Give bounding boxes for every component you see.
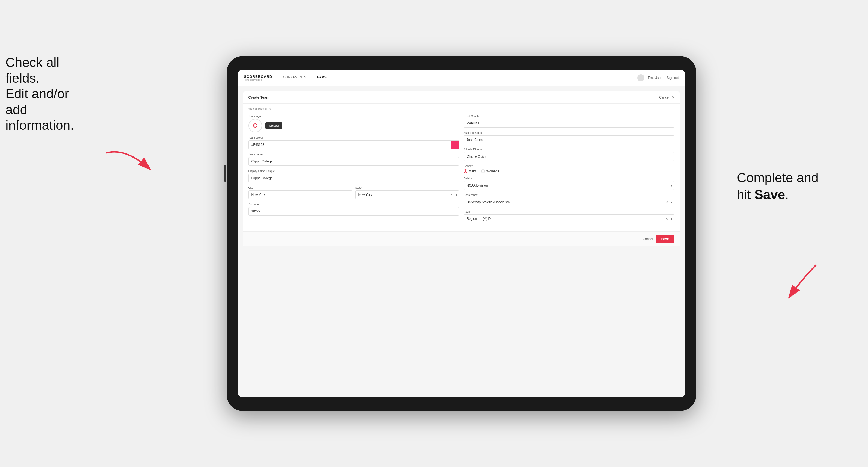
city-state-group: City State New York	[248, 186, 459, 199]
head-coach-input[interactable]	[464, 119, 674, 128]
assistant-coach-input[interactable]	[464, 135, 674, 144]
team-name-input[interactable]	[248, 157, 459, 166]
tablet-screen: SCOREBOARD Powered by clippd TOURNAMENTS…	[238, 70, 685, 397]
zip-code-group: Zip code	[248, 203, 459, 216]
nav-logo: SCOREBOARD Powered by clippd	[244, 74, 273, 81]
gender-mens-option[interactable]: Mens	[464, 169, 477, 173]
left-instructions: Check all fields.Edit and/or addinformat…	[5, 55, 82, 133]
team-colour-group: Team colour	[248, 136, 459, 149]
left-arrow	[104, 145, 158, 179]
right-arrow	[778, 262, 822, 302]
conference-label: Conference	[464, 194, 674, 197]
create-team-panel: Create Team Cancel ✕ TEAM DETAILS	[243, 92, 680, 246]
nav-link-tournaments[interactable]: TOURNAMENTS	[281, 75, 306, 80]
region-label: Region	[464, 210, 674, 213]
athletic-director-input[interactable]	[464, 152, 674, 161]
mens-label: Mens	[469, 169, 477, 173]
footer-cancel-button[interactable]: Cancel	[643, 237, 653, 241]
display-name-input[interactable]	[248, 174, 459, 182]
head-coach-label: Head Coach	[464, 115, 674, 118]
logo-main: SCOREBOARD	[244, 74, 273, 79]
upload-button[interactable]: Upload	[266, 122, 283, 129]
region-group: Region Region II - (M) DIII ✕ ▾	[464, 210, 674, 223]
panel-title: Create Team	[248, 95, 270, 99]
close-icon: ✕	[672, 96, 674, 99]
tablet-side-button	[224, 165, 226, 182]
assistant-coach-group: Assistant Coach	[464, 131, 674, 144]
region-select-wrapper: Region II - (M) DIII ✕ ▾	[464, 214, 674, 223]
conference-clear-icon[interactable]: ✕	[665, 200, 668, 204]
gender-label: Gender	[464, 165, 674, 168]
city-state-row: City State New York	[248, 186, 459, 199]
city-field-group: City	[248, 186, 352, 199]
right-instructions: Complete andhit Save.	[737, 169, 841, 204]
color-field-wrapper	[248, 141, 459, 149]
user-name: Test User |	[648, 76, 663, 80]
instruction-text: Check all fields.Edit and/or addinformat…	[5, 55, 74, 132]
zip-input[interactable]	[248, 207, 459, 216]
region-clear-icon[interactable]: ✕	[665, 217, 668, 221]
panel-footer: Cancel Save	[243, 231, 680, 246]
logo-circle: C	[248, 119, 262, 132]
nav-links: TOURNAMENTS TEAMS	[281, 75, 637, 80]
cancel-label: Cancel	[659, 96, 669, 99]
footer-save-button[interactable]: Save	[656, 235, 674, 243]
gender-row: Mens Womens	[464, 169, 674, 173]
display-name-label: Display name (unique)	[248, 169, 459, 173]
display-name-group: Display name (unique)	[248, 169, 459, 182]
zip-label: Zip code	[248, 203, 459, 206]
team-colour-label: Team colour	[248, 136, 459, 139]
conference-select[interactable]: University Athletic Association	[464, 198, 674, 207]
team-logo-group: Team logo C Upload	[248, 115, 459, 132]
nav-link-teams[interactable]: TEAMS	[315, 75, 327, 80]
form-col-right: Head Coach Assistant Coach Athletic Dire…	[464, 115, 674, 227]
assistant-coach-label: Assistant Coach	[464, 131, 674, 134]
gender-womens-option[interactable]: Womens	[481, 169, 499, 173]
team-logo-label: Team logo	[248, 115, 459, 118]
city-input[interactable]	[248, 190, 352, 199]
panel-header: Create Team Cancel ✕	[243, 92, 680, 103]
region-select[interactable]: Region II - (M) DIII	[464, 214, 674, 223]
complete-text: Complete andhit Save.	[737, 170, 818, 202]
division-label: Division	[464, 177, 674, 180]
division-select[interactable]: NCAA Division III	[464, 181, 674, 190]
nav-right: Test User | Sign out	[637, 74, 679, 82]
logo-section: C Upload	[248, 119, 459, 132]
team-name-label: Team name	[248, 153, 459, 156]
form-row-main: Team logo C Upload Team colo	[248, 115, 674, 227]
logo-sub: Powered by clippd	[244, 79, 273, 81]
sign-out-link[interactable]: Sign out	[666, 76, 679, 80]
colour-input[interactable]	[248, 141, 451, 149]
panel-body: TEAM DETAILS Team logo C	[243, 103, 680, 231]
mens-radio-button[interactable]	[464, 169, 467, 173]
conference-select-wrapper: University Athletic Association ✕ ▾	[464, 198, 674, 207]
main-content: Create Team Cancel ✕ TEAM DETAILS	[238, 86, 685, 397]
color-swatch	[451, 141, 459, 149]
gender-group: Gender Mens Womens	[464, 165, 674, 173]
nav-bar: SCOREBOARD Powered by clippd TOURNAMENTS…	[238, 70, 685, 86]
head-coach-group: Head Coach	[464, 115, 674, 128]
division-select-wrapper: NCAA Division III ▾	[464, 181, 674, 190]
state-field-group: State New York ✕ ▾	[355, 186, 459, 199]
state-clear-icon[interactable]: ✕	[450, 193, 453, 197]
panel-close-button[interactable]: Cancel ✕	[659, 96, 674, 99]
city-label: City	[248, 186, 352, 189]
form-col-left: Team logo C Upload Team colo	[248, 115, 459, 227]
logo-letter: C	[253, 122, 257, 129]
state-select[interactable]: New York	[355, 190, 459, 199]
athletic-director-group: Athletic Director	[464, 148, 674, 161]
tablet-device: SCOREBOARD Powered by clippd TOURNAMENTS…	[227, 56, 696, 411]
division-group: Division NCAA Division III ▾	[464, 177, 674, 190]
state-select-wrapper: New York ✕ ▾	[355, 190, 459, 199]
conference-group: Conference University Athletic Associati…	[464, 194, 674, 207]
section-label: TEAM DETAILS	[248, 108, 674, 111]
womens-label: Womens	[486, 169, 499, 173]
state-label: State	[355, 186, 459, 189]
avatar	[637, 74, 644, 82]
athletic-director-label: Athletic Director	[464, 148, 674, 151]
team-name-group: Team name	[248, 153, 459, 166]
womens-radio-button[interactable]	[481, 169, 485, 173]
